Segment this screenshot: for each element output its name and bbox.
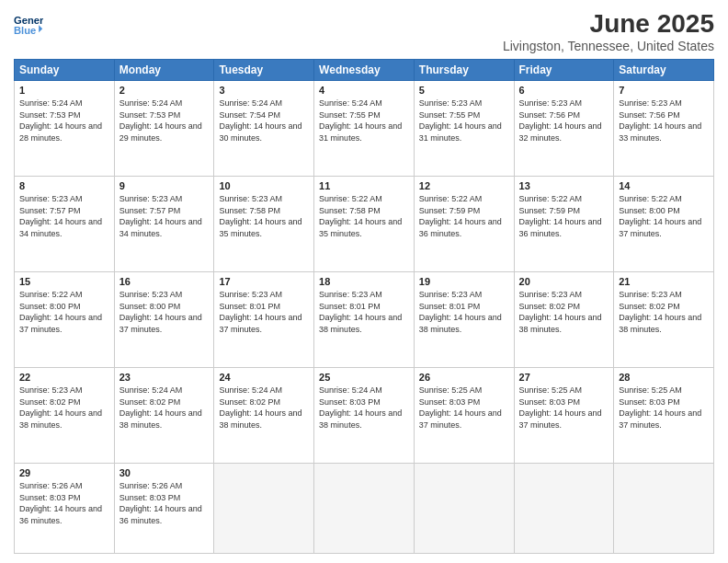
- day-info: Sunrise: 5:26 AMSunset: 8:03 PMDaylight:…: [19, 481, 102, 525]
- day-info: Sunrise: 5:23 AMSunset: 7:57 PMDaylight:…: [119, 194, 202, 238]
- day-info: Sunrise: 5:24 AMSunset: 8:02 PMDaylight:…: [219, 385, 301, 430]
- day-number: 15: [19, 276, 109, 287]
- day-number: 9: [119, 180, 210, 191]
- calendar-cell: 27 Sunrise: 5:25 AMSunset: 8:03 PMDaylig…: [514, 368, 614, 464]
- calendar-cell: 24 Sunrise: 5:24 AMSunset: 8:02 PMDaylig…: [214, 368, 314, 464]
- calendar-cell: 6 Sunrise: 5:23 AMSunset: 7:56 PMDayligh…: [514, 81, 614, 177]
- calendar-cell: 11 Sunrise: 5:22 AMSunset: 7:58 PMDaylig…: [314, 177, 415, 272]
- day-number: 16: [119, 276, 210, 287]
- day-number: 6: [519, 85, 609, 96]
- calendar-cell: 14 Sunrise: 5:22 AMSunset: 8:00 PMDaylig…: [614, 177, 714, 272]
- day-number: 2: [119, 85, 210, 96]
- calendar-cell: 29 Sunrise: 5:26 AMSunset: 8:03 PMDaylig…: [15, 464, 115, 554]
- calendar-cell: 2 Sunrise: 5:24 AMSunset: 7:53 PMDayligh…: [114, 81, 214, 177]
- calendar-cell: [614, 464, 714, 554]
- day-info: Sunrise: 5:24 AMSunset: 7:53 PMDaylight:…: [19, 98, 102, 143]
- col-header-tuesday: Tuesday: [214, 60, 314, 81]
- calendar-cell: 25 Sunrise: 5:24 AMSunset: 8:03 PMDaylig…: [314, 368, 415, 464]
- calendar-table: SundayMondayTuesdayWednesdayThursdayFrid…: [14, 59, 714, 554]
- day-info: Sunrise: 5:24 AMSunset: 7:53 PMDaylight:…: [119, 98, 202, 143]
- day-info: Sunrise: 5:25 AMSunset: 8:03 PMDaylight:…: [619, 385, 701, 430]
- calendar-cell: 17 Sunrise: 5:23 AMSunset: 8:01 PMDaylig…: [214, 272, 314, 368]
- day-number: 25: [319, 372, 409, 383]
- day-number: 1: [19, 85, 109, 96]
- day-number: 28: [619, 372, 709, 383]
- day-info: Sunrise: 5:23 AMSunset: 8:02 PMDaylight:…: [519, 290, 602, 334]
- day-number: 8: [19, 180, 109, 191]
- day-info: Sunrise: 5:22 AMSunset: 7:59 PMDaylight:…: [519, 194, 602, 238]
- day-info: Sunrise: 5:22 AMSunset: 8:00 PMDaylight:…: [19, 290, 102, 334]
- day-number: 17: [219, 276, 309, 287]
- logo: General Blue: [14, 9, 43, 42]
- day-info: Sunrise: 5:23 AMSunset: 7:55 PMDaylight:…: [419, 98, 502, 143]
- calendar-cell: 15 Sunrise: 5:22 AMSunset: 8:00 PMDaylig…: [15, 272, 115, 368]
- calendar-cell: [414, 464, 514, 554]
- day-info: Sunrise: 5:23 AMSunset: 8:02 PMDaylight:…: [19, 385, 102, 430]
- day-number: 30: [119, 467, 210, 478]
- day-number: 22: [19, 372, 109, 383]
- calendar-week-4: 29 Sunrise: 5:26 AMSunset: 8:03 PMDaylig…: [15, 464, 714, 554]
- day-info: Sunrise: 5:23 AMSunset: 8:01 PMDaylight:…: [419, 290, 502, 334]
- calendar-cell: 7 Sunrise: 5:23 AMSunset: 7:56 PMDayligh…: [614, 81, 714, 177]
- day-number: 10: [219, 180, 309, 191]
- day-number: 24: [219, 372, 309, 383]
- calendar-cell: [314, 464, 415, 554]
- calendar-page: General Blue June 2025 Livingston, Tenne…: [0, 0, 728, 563]
- day-info: Sunrise: 5:24 AMSunset: 8:03 PMDaylight:…: [319, 385, 402, 430]
- day-number: 4: [319, 85, 409, 96]
- header: General Blue June 2025 Livingston, Tenne…: [14, 9, 714, 53]
- calendar-week-2: 15 Sunrise: 5:22 AMSunset: 8:00 PMDaylig…: [15, 272, 714, 368]
- calendar-cell: 1 Sunrise: 5:24 AMSunset: 7:53 PMDayligh…: [15, 81, 115, 177]
- day-info: Sunrise: 5:23 AMSunset: 7:56 PMDaylight:…: [619, 98, 701, 143]
- calendar-cell: 16 Sunrise: 5:23 AMSunset: 8:00 PMDaylig…: [114, 272, 214, 368]
- day-number: 7: [619, 85, 709, 96]
- calendar-header-row: SundayMondayTuesdayWednesdayThursdayFrid…: [15, 60, 714, 81]
- svg-text:General: General: [14, 15, 43, 26]
- calendar-cell: 19 Sunrise: 5:23 AMSunset: 8:01 PMDaylig…: [414, 272, 514, 368]
- col-header-sunday: Sunday: [15, 60, 115, 81]
- calendar-week-1: 8 Sunrise: 5:23 AMSunset: 7:57 PMDayligh…: [15, 177, 714, 272]
- day-number: 27: [519, 372, 609, 383]
- day-number: 5: [419, 85, 509, 96]
- day-number: 11: [319, 180, 409, 191]
- calendar-cell: 23 Sunrise: 5:24 AMSunset: 8:02 PMDaylig…: [114, 368, 214, 464]
- day-number: 20: [519, 276, 609, 287]
- col-header-wednesday: Wednesday: [314, 60, 415, 81]
- calendar-cell: 9 Sunrise: 5:23 AMSunset: 7:57 PMDayligh…: [114, 177, 214, 272]
- calendar-cell: 26 Sunrise: 5:25 AMSunset: 8:03 PMDaylig…: [414, 368, 514, 464]
- main-title: June 2025: [503, 9, 714, 39]
- day-info: Sunrise: 5:24 AMSunset: 7:55 PMDaylight:…: [319, 98, 402, 143]
- calendar-cell: [214, 464, 314, 554]
- calendar-cell: [514, 464, 614, 554]
- day-number: 21: [619, 276, 709, 287]
- calendar-week-0: 1 Sunrise: 5:24 AMSunset: 7:53 PMDayligh…: [15, 81, 714, 177]
- day-number: 13: [519, 180, 609, 191]
- day-info: Sunrise: 5:22 AMSunset: 7:59 PMDaylight:…: [419, 194, 502, 238]
- day-number: 29: [19, 467, 109, 478]
- calendar-cell: 20 Sunrise: 5:23 AMSunset: 8:02 PMDaylig…: [514, 272, 614, 368]
- col-header-thursday: Thursday: [414, 60, 514, 81]
- day-number: 14: [619, 180, 709, 191]
- calendar-cell: 3 Sunrise: 5:24 AMSunset: 7:54 PMDayligh…: [214, 81, 314, 177]
- col-header-friday: Friday: [514, 60, 614, 81]
- calendar-cell: 5 Sunrise: 5:23 AMSunset: 7:55 PMDayligh…: [414, 81, 514, 177]
- calendar-cell: 18 Sunrise: 5:23 AMSunset: 8:01 PMDaylig…: [314, 272, 415, 368]
- day-number: 26: [419, 372, 509, 383]
- logo-svg: General Blue: [14, 9, 43, 42]
- col-header-saturday: Saturday: [614, 60, 714, 81]
- calendar-cell: 21 Sunrise: 5:23 AMSunset: 8:02 PMDaylig…: [614, 272, 714, 368]
- day-info: Sunrise: 5:23 AMSunset: 7:57 PMDaylight:…: [19, 194, 102, 238]
- day-info: Sunrise: 5:24 AMSunset: 7:54 PMDaylight:…: [219, 98, 301, 143]
- calendar-cell: 10 Sunrise: 5:23 AMSunset: 7:58 PMDaylig…: [214, 177, 314, 272]
- day-number: 18: [319, 276, 409, 287]
- calendar-cell: 28 Sunrise: 5:25 AMSunset: 8:03 PMDaylig…: [614, 368, 714, 464]
- day-info: Sunrise: 5:25 AMSunset: 8:03 PMDaylight:…: [519, 385, 602, 430]
- day-info: Sunrise: 5:26 AMSunset: 8:03 PMDaylight:…: [119, 481, 202, 525]
- day-info: Sunrise: 5:25 AMSunset: 8:03 PMDaylight:…: [419, 385, 502, 430]
- calendar-cell: 8 Sunrise: 5:23 AMSunset: 7:57 PMDayligh…: [15, 177, 115, 272]
- calendar-cell: 13 Sunrise: 5:22 AMSunset: 7:59 PMDaylig…: [514, 177, 614, 272]
- day-info: Sunrise: 5:23 AMSunset: 8:00 PMDaylight:…: [119, 290, 202, 334]
- day-number: 23: [119, 372, 210, 383]
- day-info: Sunrise: 5:23 AMSunset: 8:01 PMDaylight:…: [319, 290, 402, 334]
- calendar-cell: 4 Sunrise: 5:24 AMSunset: 7:55 PMDayligh…: [314, 81, 415, 177]
